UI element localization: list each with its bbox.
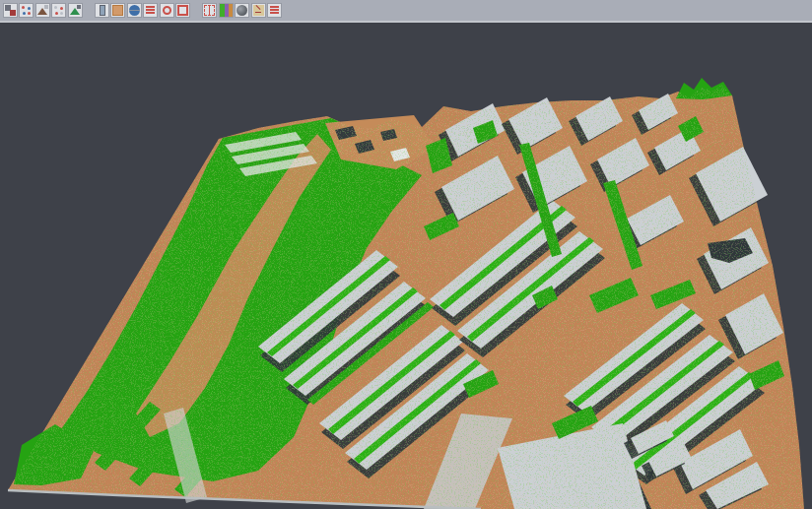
dem-surface-icon[interactable] bbox=[36, 4, 49, 17]
point-cloud-icon[interactable] bbox=[20, 4, 33, 17]
point-cloud-render bbox=[0, 0, 812, 509]
sphere-render-icon[interactable] bbox=[236, 4, 248, 17]
orthoimage-icon[interactable] bbox=[111, 4, 124, 17]
flag-profile-icon[interactable] bbox=[268, 4, 281, 17]
classification-palette-icon[interactable] bbox=[220, 4, 233, 17]
zoom-extent-icon[interactable] bbox=[176, 4, 189, 17]
toolbar bbox=[0, 0, 812, 23]
point-speckle-overlay bbox=[0, 0, 812, 509]
cross-section-icon[interactable] bbox=[96, 4, 108, 17]
terrain-model-icon[interactable] bbox=[69, 4, 82, 17]
globe-3d-view-icon[interactable] bbox=[128, 4, 141, 17]
contour-points-icon[interactable] bbox=[52, 4, 65, 17]
open-project-icon[interactable] bbox=[4, 4, 17, 17]
app-window bbox=[0, 0, 812, 509]
viewport-3d[interactable] bbox=[0, 23, 812, 509]
annotation-marks-icon[interactable] bbox=[252, 4, 265, 17]
profile-lines-icon[interactable] bbox=[144, 4, 157, 17]
grid-selection-icon[interactable] bbox=[203, 4, 216, 17]
target-circle-icon[interactable] bbox=[161, 4, 173, 17]
